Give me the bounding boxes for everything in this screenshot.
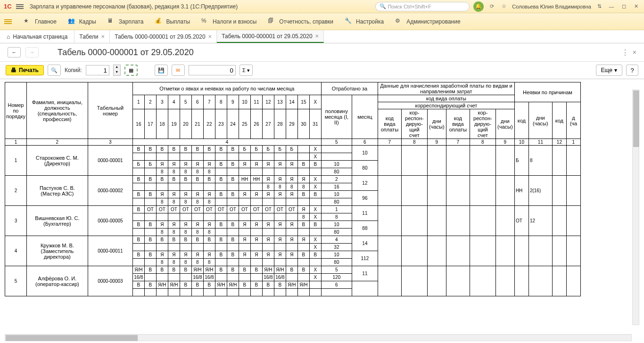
more-label: Еще [601, 67, 612, 74]
more-dots-icon[interactable]: ⋮ [621, 48, 629, 57]
bell-icon[interactable]: 🔔 [473, 1, 484, 12]
gear-icon: ⚙ [395, 17, 404, 26]
menu-payments-label: Выплаты [166, 18, 190, 25]
percent-icon: % [201, 17, 210, 26]
more-button[interactable]: Еще▾ [596, 65, 622, 76]
search-placeholder: Поиск Ctrl+Shift+F [388, 4, 431, 9]
menu-admin[interactable]: ⚙Администрирование [395, 17, 460, 26]
tab-home-label: Начальная страница [13, 33, 67, 40]
print-label: Печать [19, 67, 39, 74]
app-title: Зарплата и управление персоналом (базова… [30, 3, 238, 10]
titlebar: 1С Зарплата и управление персоналом (баз… [0, 0, 644, 13]
hamburger-icon[interactable] [16, 2, 24, 11]
menu-main-label: Главное [35, 18, 57, 25]
copies-spinner[interactable]: ▲▼ [113, 65, 121, 76]
tab-close-0[interactable]: × [101, 33, 105, 40]
maximize-icon[interactable]: ◻ [619, 2, 628, 11]
help-button[interactable]: ? [626, 65, 638, 76]
select-button[interactable]: ▦ [124, 65, 138, 76]
copies-input[interactable] [86, 65, 109, 75]
toolbar: 🖶Печать 🔍 Копий: ▲▼ ▦ 💾 ✉ Σ ▾ Еще▾ ? [0, 62, 644, 79]
tab-doc-1-label: Табель 0000-000001 от 29.05.2020 [115, 33, 205, 40]
wrench-icon: 🔧 [345, 17, 353, 26]
menu-reports[interactable]: 🗐Отчетность, справки [268, 17, 333, 26]
menu-main[interactable]: ★Главное [24, 17, 57, 26]
tab-home[interactable]: ⌂Начальная страница [0, 30, 74, 43]
tab-tabeli-label: Табели [79, 33, 98, 40]
tab-doc-2[interactable]: Табель 0000-000001 от 29.05.2020× [217, 30, 324, 43]
mail-button[interactable]: ✉ [172, 65, 185, 76]
menu-taxes[interactable]: %Налоги и взносы [201, 17, 256, 26]
menu-salary[interactable]: 🖩Зарплата [107, 17, 144, 26]
content-header: ← → Табель 0000-000001 от 29.05.2020 ⋮ × [0, 43, 644, 62]
chevron-down-icon: ▾ [614, 67, 617, 74]
preview-button[interactable]: 🔍 [48, 65, 61, 76]
search-icon: 🔍 [380, 3, 386, 9]
filter-icon[interactable]: ⇅ [595, 2, 603, 11]
menu-staff-label: Кадры [79, 18, 96, 25]
print-button[interactable]: 🖶Печать [6, 65, 44, 75]
tab-doc-2-label: Табель 0000-000001 от 29.05.2020 [222, 33, 312, 40]
menu-hamburger-icon[interactable] [4, 17, 12, 26]
sum-button[interactable]: Σ ▾ [239, 65, 253, 76]
search-input[interactable]: 🔍 Поиск Ctrl+Shift+F [375, 2, 470, 11]
timesheet-table: Номер по порядкуФамилия, инициалы, должн… [5, 82, 581, 296]
menu-settings[interactable]: 🔧Настройка [345, 17, 384, 26]
logo: 1С [4, 3, 12, 10]
menu-reports-label: Отчетность, справки [279, 18, 333, 25]
star-filled-icon: ★ [24, 17, 32, 26]
user-name[interactable]: Соловьева Юлия Владимировна [512, 4, 591, 9]
sheet-container[interactable]: Номер по порядкуФамилия, инициалы, должн… [0, 79, 644, 340]
star-icon[interactable]: ☆ [500, 2, 508, 11]
menu-taxes-label: Налоги и взносы [213, 18, 256, 25]
tab-close-2[interactable]: × [315, 33, 319, 40]
forward-button[interactable]: → [25, 47, 39, 57]
tab-doc-1[interactable]: Табель 0000-000001 от 29.05.2020× [110, 30, 217, 43]
menu-settings-label: Настройка [356, 18, 384, 25]
menu-payments[interactable]: 💰Выплаты [155, 17, 190, 26]
printer-icon: 🖶 [11, 67, 17, 74]
tab-tabeli[interactable]: Табели× [74, 30, 110, 43]
tabs-row: ⌂Начальная страница Табели× Табель 0000-… [0, 30, 644, 43]
history-icon[interactable]: ⟳ [487, 2, 496, 11]
scrollbar-horizontal[interactable] [5, 334, 632, 340]
document-icon: 🗐 [268, 17, 276, 26]
scrollbar-vertical[interactable] [632, 90, 639, 325]
back-button[interactable]: ← [8, 47, 21, 57]
home-icon: ⌂ [7, 33, 10, 40]
menubar: ★Главное 👥Кадры 🖩Зарплата 💰Выплаты %Нало… [0, 13, 644, 30]
pages-input[interactable] [189, 65, 236, 75]
calculator-icon: 🖩 [107, 17, 116, 26]
money-icon: 💰 [155, 17, 163, 26]
page-title: Табель 0000-000001 от 29.05.2020 [58, 48, 194, 57]
save-button[interactable]: 💾 [155, 65, 168, 76]
menu-salary-label: Зарплата [119, 18, 144, 25]
tab-close-1[interactable]: × [208, 33, 212, 40]
menu-staff[interactable]: 👥Кадры [68, 17, 96, 26]
close-icon[interactable]: ✕ [632, 2, 640, 11]
people-icon: 👥 [68, 17, 76, 26]
minimize-icon[interactable]: — [607, 2, 616, 11]
page-close-icon[interactable]: × [633, 49, 636, 56]
menu-admin-label: Администрирование [406, 18, 460, 25]
copies-label: Копий: [65, 67, 82, 74]
